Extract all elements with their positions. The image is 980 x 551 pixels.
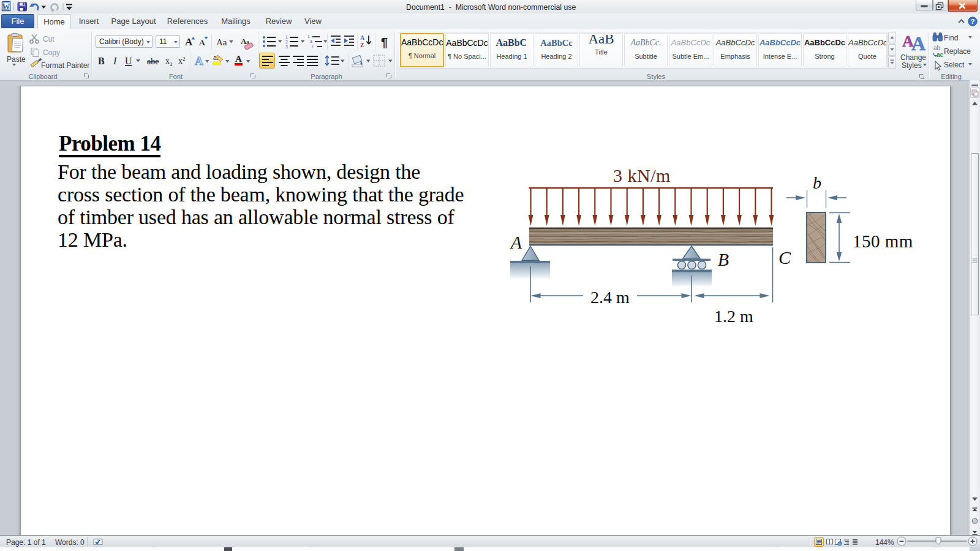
svg-text:B: B bbox=[718, 249, 729, 269]
svg-text:1.2 m: 1.2 m bbox=[714, 307, 753, 326]
svg-text:A: A bbox=[195, 54, 203, 67]
svg-text:B: B bbox=[98, 56, 105, 66]
svg-text:A: A bbox=[235, 54, 242, 64]
svg-text:Aa: Aa bbox=[216, 37, 227, 47]
svg-text:?: ? bbox=[970, 18, 974, 25]
svg-text:A: A bbox=[510, 232, 522, 252]
svg-text:W: W bbox=[2, 2, 10, 11]
svg-text:¶: ¶ bbox=[381, 36, 388, 49]
svg-text:b: b bbox=[813, 173, 821, 192]
svg-text:3: 3 bbox=[285, 45, 288, 49]
svg-text:2: 2 bbox=[285, 40, 288, 44]
svg-text:3 kN/m: 3 kN/m bbox=[613, 165, 671, 186]
svg-text:x: x bbox=[178, 56, 183, 66]
svg-text:150 mm: 150 mm bbox=[853, 231, 913, 251]
svg-text:ac: ac bbox=[937, 51, 944, 58]
svg-text:2: 2 bbox=[170, 61, 173, 67]
svg-text:i: i bbox=[312, 44, 313, 48]
svg-text:A: A bbox=[911, 32, 925, 51]
svg-text:abe: abe bbox=[147, 57, 159, 66]
svg-text:2: 2 bbox=[183, 56, 186, 62]
svg-text:ab: ab bbox=[933, 45, 941, 51]
svg-text:A: A bbox=[185, 36, 193, 48]
svg-text:I: I bbox=[113, 56, 117, 66]
svg-text:x: x bbox=[165, 56, 170, 66]
svg-text:C: C bbox=[778, 247, 791, 268]
svg-text:a: a bbox=[310, 39, 312, 43]
svg-text:2.4 m: 2.4 m bbox=[590, 288, 630, 307]
svg-text:A: A bbox=[360, 34, 365, 41]
svg-text:Z: Z bbox=[360, 42, 364, 48]
svg-text:1: 1 bbox=[285, 35, 288, 39]
svg-text:A: A bbox=[199, 38, 205, 47]
svg-text:U: U bbox=[125, 56, 132, 66]
svg-text:1: 1 bbox=[307, 34, 310, 39]
